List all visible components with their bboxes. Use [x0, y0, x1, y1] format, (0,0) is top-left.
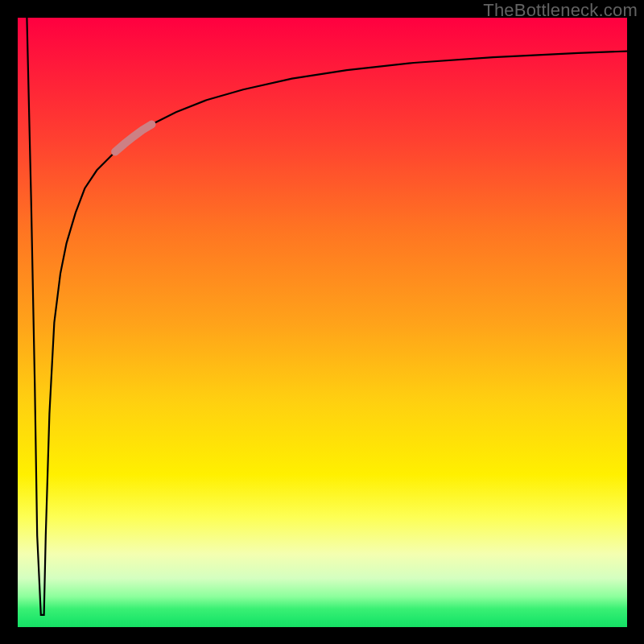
highlight-segment-path: [115, 125, 151, 152]
curve-layer: [18, 18, 627, 627]
bottleneck-curve-path: [27, 18, 627, 615]
chart-container: TheBottleneck.com: [0, 0, 644, 644]
plot-area: [18, 18, 627, 627]
